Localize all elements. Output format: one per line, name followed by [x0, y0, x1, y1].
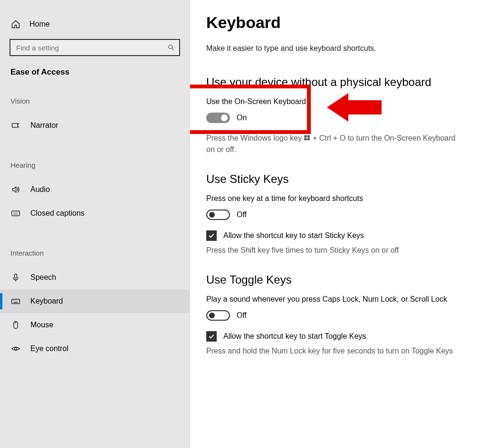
sidebar-item-label: Keyboard — [30, 297, 63, 305]
osk-hint: Press the Windows logo key + Ctrl + O to… — [206, 133, 463, 155]
main-content: Keyboard Make it easier to type and use … — [190, 0, 498, 448]
svg-rect-5 — [12, 299, 20, 304]
page-subtitle: Make it easier to type and use keyboard … — [206, 44, 482, 53]
sidebar-item-eye-control[interactable]: Eye control — [0, 337, 190, 361]
svg-rect-4 — [15, 274, 17, 278]
sticky-toggle-state: Off — [237, 210, 247, 219]
search-input[interactable] — [10, 39, 180, 56]
sidebar-item-label: Eye control — [30, 344, 68, 353]
section-heading-toggle: Use Toggle Keys — [206, 273, 482, 286]
svg-rect-8 — [305, 135, 307, 138]
closed-captions-icon: CC — [10, 208, 21, 219]
group-hearing-label: Hearing — [0, 137, 190, 178]
speech-icon — [10, 272, 21, 283]
svg-rect-9 — [307, 135, 310, 138]
sidebar-item-label: Speech — [30, 273, 56, 282]
sticky-toggle[interactable] — [206, 210, 230, 220]
eye-control-icon — [10, 343, 21, 354]
search-field[interactable] — [10, 44, 163, 52]
narrator-icon — [10, 120, 21, 131]
page-title: Keyboard — [206, 13, 482, 32]
osk-toggle-state: On — [237, 114, 247, 122]
sticky-checkbox[interactable] — [206, 230, 217, 241]
sticky-label: Press one key at a time for keyboard sho… — [206, 194, 482, 203]
sidebar-item-keyboard[interactable]: Keyboard — [0, 289, 190, 313]
section-heading-osk: Use your device without a physical keybo… — [206, 76, 482, 89]
sidebar-item-label: Narrator — [30, 121, 58, 130]
svg-rect-11 — [307, 138, 310, 141]
audio-icon — [10, 184, 21, 195]
togglekeys-checkbox[interactable] — [206, 331, 217, 342]
osk-toggle[interactable] — [206, 113, 230, 123]
home-label: Home — [29, 20, 50, 29]
sidebar-item-mouse[interactable]: Mouse — [0, 313, 190, 337]
home-icon — [10, 19, 21, 29]
sidebar: Home Ease of Access Vision Narrator Hear… — [0, 0, 190, 448]
svg-point-0 — [169, 45, 172, 49]
togglekeys-toggle-state: Off — [237, 311, 247, 320]
togglekeys-label: Play a sound whenever you press Caps Loc… — [206, 295, 482, 304]
sidebar-item-closed-captions[interactable]: CC Closed captions — [0, 201, 190, 225]
sidebar-item-label: Audio — [30, 185, 50, 194]
sidebar-item-audio[interactable]: Audio — [0, 178, 190, 201]
sidebar-item-speech[interactable]: Speech — [0, 266, 190, 289]
togglekeys-check-label: Allow the shortcut key to start Toggle K… — [223, 332, 366, 341]
svg-text:CC: CC — [13, 212, 18, 215]
group-vision-label: Vision — [0, 82, 190, 114]
search-icon — [163, 44, 179, 51]
keyboard-icon — [10, 296, 21, 306]
osk-label: Use the On-Screen Keyboard — [206, 97, 482, 106]
svg-rect-10 — [305, 138, 307, 141]
sidebar-item-label: Closed captions — [30, 209, 85, 218]
svg-point-7 — [15, 348, 17, 350]
togglekeys-toggle[interactable] — [206, 310, 230, 321]
sidebar-item-home[interactable]: Home — [0, 14, 190, 39]
sticky-check-label: Allow the shortcut key to start Sticky K… — [223, 231, 364, 240]
group-interaction-label: Interaction — [0, 225, 190, 266]
section-heading-sticky: Use Sticky Keys — [206, 172, 482, 186]
windows-logo-icon — [304, 133, 310, 140]
sidebar-item-narrator[interactable]: Narrator — [0, 114, 190, 137]
mouse-icon — [10, 320, 21, 330]
sticky-hint: Press the Shift key five times to turn S… — [206, 245, 463, 256]
sidebar-item-label: Mouse — [30, 321, 53, 329]
togglekeys-hint: Press and hold the Num Lock key for five… — [206, 345, 463, 357]
sidebar-section-title: Ease of Access — [0, 65, 190, 82]
svg-rect-1 — [12, 124, 18, 127]
